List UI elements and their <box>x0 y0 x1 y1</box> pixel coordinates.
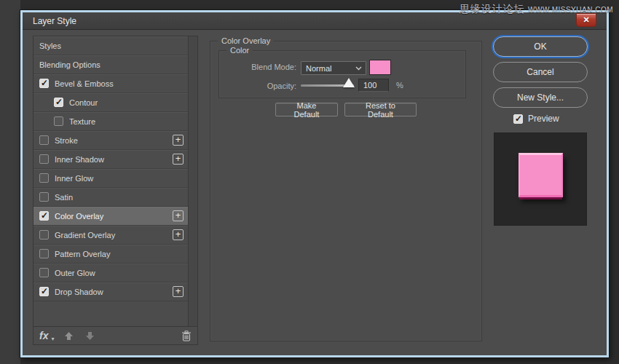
make-default-button[interactable]: Make Default <box>275 103 338 116</box>
opacity-unit-label: % <box>396 81 403 90</box>
sidebar-item-contour[interactable]: Contour <box>33 93 188 112</box>
style-checkbox[interactable] <box>39 287 49 296</box>
styles-list: StylesBlending OptionsBevel & EmbossCont… <box>33 36 188 326</box>
style-checkbox[interactable] <box>39 173 49 183</box>
sidebar-item-bevel-emboss[interactable]: Bevel & Emboss <box>33 74 188 93</box>
move-effect-down-icon[interactable] <box>85 331 95 341</box>
ok-button[interactable]: OK <box>493 36 588 57</box>
sidebar-item-label: Blending Options <box>39 60 184 69</box>
dialog-title: Layer Style <box>23 16 76 26</box>
sidebar-item-texture[interactable]: Texture <box>33 112 188 131</box>
sidebar-item-pattern-overlay[interactable]: Pattern Overlay <box>33 245 188 264</box>
add-instance-plus-icon[interactable]: + <box>173 135 184 146</box>
style-checkbox[interactable] <box>54 116 63 126</box>
sidebar-item-label: Satin <box>55 193 184 202</box>
style-checkbox[interactable] <box>39 135 49 145</box>
dialog-content: StylesBlending OptionsBevel & EmbossCont… <box>23 30 607 355</box>
style-preview-thumbnail <box>494 132 587 226</box>
add-instance-plus-icon[interactable]: + <box>173 210 184 221</box>
sidebar-item-gradient-overlay[interactable]: Gradient Overlay+ <box>33 226 188 245</box>
preview-checkbox-box[interactable] <box>513 114 523 124</box>
blend-mode-dropdown[interactable]: Normal <box>301 61 366 75</box>
sidebar-item-label: Inner Glow <box>55 174 184 183</box>
sidebar-item-label: Texture <box>69 117 184 126</box>
style-checkbox[interactable] <box>39 249 49 258</box>
sidebar-item-inner-shadow[interactable]: Inner Shadow+ <box>33 150 188 169</box>
sidebar-item-label: Stroke <box>55 136 173 145</box>
sidebar-item-label: Outer Glow <box>55 269 184 277</box>
overlay-color-swatch[interactable] <box>369 60 391 75</box>
cancel-button[interactable]: Cancel <box>493 62 588 82</box>
add-instance-plus-icon[interactable]: + <box>173 286 184 297</box>
style-checkbox[interactable] <box>39 268 49 277</box>
fx-caret-icon[interactable]: ▾ <box>51 336 54 342</box>
styles-list-panel: StylesBlending OptionsBevel & EmbossCont… <box>33 36 198 327</box>
sidebar-item-styles[interactable]: Styles <box>33 36 188 55</box>
sidebar-item-outer-glow[interactable]: Outer Glow <box>33 264 188 282</box>
sidebar-item-label: Bevel & Emboss <box>55 79 184 88</box>
style-checkbox[interactable] <box>39 79 49 88</box>
effects-toolbar: fx ▾ <box>33 327 198 345</box>
app-background-strip <box>0 0 20 364</box>
style-checkbox[interactable] <box>39 230 49 240</box>
sidebar-item-label: Drop Shadow <box>55 288 173 296</box>
sidebar-item-label: Contour <box>69 98 184 107</box>
sidebar-item-label: Inner Shadow <box>55 155 173 164</box>
sidebar-item-label: Gradient Overlay <box>55 231 173 240</box>
chevron-down-icon <box>355 66 366 71</box>
style-checkbox[interactable] <box>39 154 49 164</box>
fx-menu-button[interactable]: fx <box>39 330 48 341</box>
preview-checkbox-label: Preview <box>528 114 559 124</box>
sidebar-item-drop-shadow[interactable]: Drop Shadow+ <box>33 282 188 301</box>
sidebar-item-blending-options[interactable]: Blending Options <box>33 55 188 74</box>
opacity-value-field[interactable]: 100 <box>358 79 389 92</box>
opacity-label: Opacity: <box>234 82 296 90</box>
preview-checkbox[interactable]: Preview <box>513 114 559 124</box>
layer-style-dialog: Layer Style ✕ StylesBlending OptionsBeve… <box>20 10 609 357</box>
move-effect-up-icon[interactable] <box>64 331 74 341</box>
add-instance-plus-icon[interactable]: + <box>173 229 184 240</box>
blend-mode-value: Normal <box>301 64 355 73</box>
new-style-button[interactable]: New Style... <box>493 87 588 108</box>
reset-to-default-button[interactable]: Reset to Default <box>344 103 417 116</box>
preview-pink-square <box>519 153 563 197</box>
watermark-site-name: 思缘设计论坛 <box>460 3 525 15</box>
style-checkbox[interactable] <box>39 211 49 221</box>
sidebar-item-stroke[interactable]: Stroke+ <box>33 131 188 150</box>
watermark-site-url: WWW.MISSYUAN.COM <box>528 6 613 14</box>
sidebar-item-label: Pattern Overlay <box>55 250 184 258</box>
site-watermark: 思缘设计论坛 WWW.MISSYUAN.COM <box>460 2 613 16</box>
sidebar-item-inner-glow[interactable]: Inner Glow <box>33 169 188 188</box>
color-overlay-group-title: Color Overlay <box>218 36 274 45</box>
delete-effect-trash-icon[interactable] <box>181 331 192 341</box>
sidebar-item-label: Styles <box>39 41 184 50</box>
sidebar-item-color-overlay[interactable]: Color Overlay+ <box>33 207 188 226</box>
sidebar-item-label: Color Overlay <box>55 212 173 221</box>
styles-list-empty-area <box>33 301 188 326</box>
add-instance-plus-icon[interactable]: + <box>173 154 184 165</box>
styles-list-scrollbar[interactable] <box>188 36 197 326</box>
sidebar-item-satin[interactable]: Satin <box>33 188 188 207</box>
style-checkbox[interactable] <box>39 192 49 202</box>
blend-mode-label: Blend Mode: <box>234 63 296 71</box>
color-subgroup-title: Color <box>226 46 253 55</box>
style-checkbox[interactable] <box>54 98 63 107</box>
opacity-slider-thumb[interactable] <box>343 78 355 87</box>
